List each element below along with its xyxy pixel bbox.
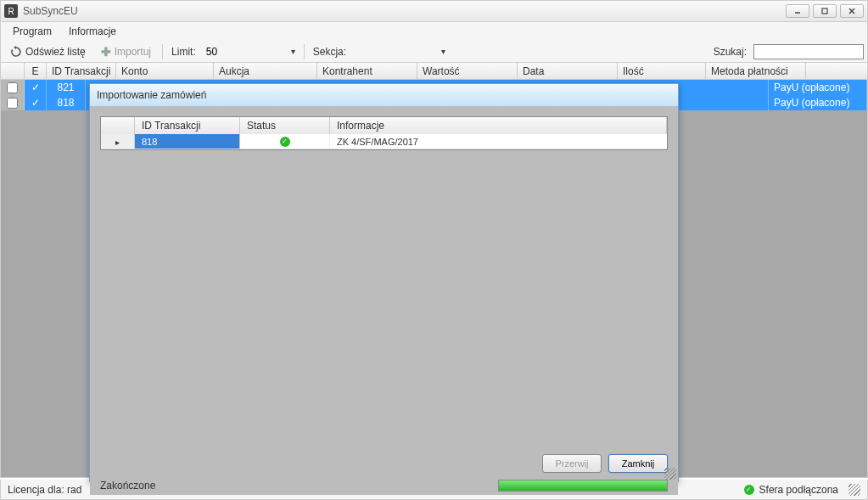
cancel-button[interactable]: Przerwij: [542, 454, 602, 473]
col-account[interactable]: Konto: [116, 63, 214, 79]
close-button[interactable]: [840, 4, 864, 18]
progress-bar: [498, 480, 668, 492]
col-auction[interactable]: Aukcja: [214, 63, 317, 79]
minimize-button[interactable]: [786, 4, 809, 18]
resize-grip[interactable]: [848, 484, 860, 496]
dlg-col-id[interactable]: ID Transakcji: [135, 117, 240, 134]
refresh-icon: [10, 46, 22, 58]
dlg-cell-info: ZK 4/SF/MAG/2017: [330, 134, 667, 149]
row-checkbox[interactable]: [7, 82, 18, 93]
chevron-down-icon[interactable]: ▾: [291, 47, 299, 56]
window-controls: [786, 4, 864, 18]
cell-id: 818: [47, 95, 86, 110]
svg-rect-1: [822, 8, 827, 14]
connection-status: Sfera podłączona: [759, 484, 838, 496]
plus-icon: ✚: [101, 45, 111, 59]
app-title: SubSyncEU: [23, 5, 786, 17]
col-payment[interactable]: Metoda płatności: [706, 63, 806, 79]
import-dialog: Importowanie zamówień ID Transakcji Stat…: [89, 83, 679, 482]
dlg-col-marker[interactable]: [101, 117, 135, 134]
dialog-status-bar: Zakończone: [90, 476, 678, 495]
import-button[interactable]: ✚ Importuj: [95, 42, 157, 61]
cell-id: 821: [47, 80, 86, 95]
success-icon: ✓: [280, 137, 290, 147]
toolbar: Odśwież listę ✚ Importuj Limit: 50 ▾ Sek…: [0, 41, 868, 63]
menu-informacje[interactable]: Informacje: [62, 24, 123, 39]
dialog-grid-header: ID Transakcji Status Informacje: [101, 117, 667, 134]
dialog-title-bar[interactable]: Importowanie zamówień: [90, 84, 678, 106]
dialog-footer: Przerwij Zamknij: [90, 451, 678, 476]
dialog-title: Importowanie zamówień: [97, 89, 206, 101]
refresh-button[interactable]: Odśwież listę: [4, 43, 92, 60]
dlg-cell-id: 818: [135, 134, 240, 149]
dialog-table-row[interactable]: 818 ✓ ZK 4/SF/MAG/2017: [101, 134, 667, 149]
check-icon: [31, 97, 40, 109]
title-bar: R SubSyncEU: [0, 0, 868, 22]
limit-select[interactable]: 50: [203, 44, 288, 59]
progress-fill: [499, 480, 667, 491]
col-e[interactable]: E: [25, 63, 47, 79]
dialog-grid: ID Transakcji Status Informacje 818 ✓ ZK…: [100, 116, 668, 150]
separator: [304, 44, 305, 59]
section-label: Sekcja:: [310, 46, 350, 58]
maximize-button[interactable]: [813, 4, 837, 18]
dialog-resize-grip[interactable]: [664, 468, 676, 480]
col-value[interactable]: Wartość: [417, 63, 518, 79]
app-icon: R: [4, 4, 18, 18]
refresh-label: Odśwież listę: [25, 46, 86, 58]
row-indicator-icon: [115, 136, 120, 148]
col-contractor[interactable]: Kontrahent: [317, 63, 417, 79]
license-label: Licencja dla: rad: [8, 484, 81, 496]
dlg-col-info[interactable]: Informacje: [330, 117, 667, 134]
col-qty[interactable]: Ilość: [618, 63, 706, 79]
cell-payment: PayU (opłacone): [769, 95, 867, 110]
section-select[interactable]: [353, 50, 438, 53]
col-date[interactable]: Data: [518, 63, 618, 79]
check-icon: [31, 81, 40, 93]
search-label: Szukaj:: [710, 46, 750, 58]
import-label: Importuj: [115, 46, 151, 58]
col-id[interactable]: ID Transakcji: [47, 63, 116, 79]
menu-bar: Program Informacje: [0, 22, 868, 41]
dlg-col-status[interactable]: Status: [240, 117, 330, 134]
dialog-body: ID Transakcji Status Informacje 818 ✓ ZK…: [90, 106, 678, 451]
search-input[interactable]: [753, 44, 864, 59]
limit-label: Limit:: [168, 46, 199, 58]
ok-icon: ✓: [744, 485, 754, 495]
grid-header-row: E ID Transakcji Konto Aukcja Kontrahent …: [1, 63, 867, 80]
menu-program[interactable]: Program: [6, 24, 59, 39]
col-check[interactable]: [1, 63, 25, 79]
cell-payment: PayU (opłacone): [769, 80, 867, 95]
close-dialog-button[interactable]: Zamknij: [608, 454, 668, 473]
chevron-down-icon[interactable]: ▾: [441, 47, 449, 56]
dialog-status-text: Zakończone: [100, 480, 155, 492]
separator: [162, 44, 163, 59]
row-checkbox[interactable]: [7, 98, 18, 109]
